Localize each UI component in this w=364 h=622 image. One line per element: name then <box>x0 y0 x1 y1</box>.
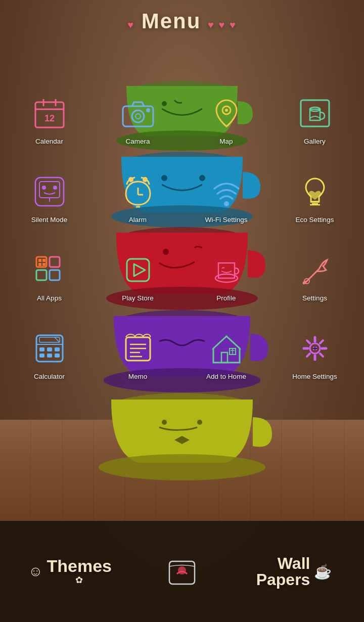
add-to-home-icon-box <box>206 328 247 369</box>
eco-label: Eco Settings <box>296 216 334 224</box>
svg-line-82 <box>320 340 323 343</box>
themes-label: Themes <box>47 557 112 574</box>
camera-icon-box <box>118 93 158 134</box>
svg-line-64 <box>55 337 60 342</box>
gallery-label: Gallery <box>304 138 326 146</box>
eco-settings-icon-item[interactable]: Eco Settings <box>270 152 359 230</box>
svg-rect-62 <box>55 353 60 358</box>
hearts-right: ♥ ♥ ♥ <box>208 19 237 30</box>
wallpapers-icon: ☕ <box>314 563 332 580</box>
calendar-label: Calendar <box>35 138 63 146</box>
profile-label: Profile <box>216 294 236 302</box>
settings-label: Settings <box>302 294 327 302</box>
themes-icon: ☺ <box>28 563 43 580</box>
svg-point-14 <box>197 420 202 425</box>
profile-icon-box <box>206 250 247 290</box>
all-apps-icon-item[interactable]: All Apps <box>5 230 94 308</box>
profile-icon-item[interactable]: Profile <box>182 230 270 308</box>
svg-point-15 <box>99 454 265 480</box>
title-text: Menu <box>142 9 201 33</box>
alarm-icon-box <box>118 171 158 212</box>
svg-rect-49 <box>38 263 41 266</box>
svg-rect-59 <box>55 347 60 351</box>
svg-point-13 <box>162 420 167 425</box>
svg-point-32 <box>53 186 57 190</box>
memo-icon-box <box>118 328 158 369</box>
home-settings-icon-item[interactable]: Home Settings <box>270 308 359 387</box>
eco-icon-box <box>295 171 335 212</box>
svg-rect-57 <box>39 347 44 351</box>
wallpapers-button[interactable]: WallPapers ☕ <box>224 555 364 588</box>
home-settings-label: Home Settings <box>292 373 337 381</box>
svg-rect-44 <box>50 257 60 267</box>
svg-line-83 <box>307 353 310 357</box>
icons-grid: 12 Calendar Camera Map <box>5 73 359 387</box>
camera-label: Camera <box>125 138 150 146</box>
silent-mode-icon-box <box>29 171 70 212</box>
svg-rect-30 <box>39 182 60 198</box>
svg-rect-60 <box>39 353 44 358</box>
alarm-label: Alarm <box>129 216 147 224</box>
memo-label: Memo <box>128 373 148 381</box>
all-apps-icon-box <box>29 250 70 290</box>
silent-mode-label: Silent Mode <box>31 216 67 224</box>
play-store-icon-item[interactable]: Play Store <box>94 230 182 308</box>
svg-point-87 <box>178 566 186 574</box>
wallpapers-label: WallPapers <box>256 555 310 588</box>
svg-rect-61 <box>47 353 52 358</box>
svg-point-35 <box>143 177 148 182</box>
svg-line-80 <box>307 340 310 343</box>
map-icon-item[interactable]: Map <box>182 73 270 152</box>
themes-deco: ✿ <box>47 574 112 586</box>
add-to-home-icon-item[interactable]: Add to Home <box>182 308 270 387</box>
map-label: Map <box>219 138 233 146</box>
svg-rect-70 <box>221 352 228 363</box>
memo-icon-item[interactable]: Memo <box>94 308 182 387</box>
all-apps-label: All Apps <box>37 294 62 302</box>
svg-rect-58 <box>47 347 52 351</box>
svg-rect-45 <box>36 270 47 280</box>
alarm-icon-item[interactable]: Alarm <box>94 152 182 230</box>
svg-rect-46 <box>50 270 60 280</box>
calendar-icon-box: 12 <box>29 93 70 134</box>
calendar-icon-item[interactable]: 12 Calendar <box>5 73 94 152</box>
wifi-icon-box <box>206 171 247 212</box>
svg-point-31 <box>42 186 46 190</box>
svg-rect-50 <box>42 263 46 266</box>
add-to-home-label: Add to Home <box>206 373 246 381</box>
play-store-icon-box <box>118 250 158 290</box>
gallery-icon-box <box>295 93 335 134</box>
svg-line-81 <box>320 353 323 357</box>
svg-rect-47 <box>38 259 41 262</box>
wifi-icon-item[interactable]: Wi-Fi Settings <box>182 152 270 230</box>
home-settings-icon-box <box>295 328 335 369</box>
svg-text:12: 12 <box>44 113 54 123</box>
svg-point-22 <box>132 110 144 122</box>
svg-point-34 <box>128 177 133 182</box>
bottom-center-icon[interactable] <box>140 549 224 594</box>
themes-button[interactable]: ☺ Themes ✿ <box>0 557 140 586</box>
svg-point-24 <box>146 108 150 112</box>
svg-rect-27 <box>301 100 329 126</box>
svg-point-39 <box>224 201 229 206</box>
svg-point-26 <box>225 109 228 112</box>
silent-mode-icon-item[interactable]: Silent Mode <box>5 152 94 230</box>
settings-icon-item[interactable]: Settings <box>270 230 359 308</box>
calculator-icon-item[interactable]: Calculator <box>5 308 94 387</box>
wifi-label: Wi-Fi Settings <box>205 216 247 224</box>
bottom-bar: ☺ Themes ✿ WallPapers ☕ <box>0 521 364 622</box>
calculator-icon-box <box>29 328 70 369</box>
settings-icon-box <box>295 250 335 290</box>
menu-title: ♥ Menu ♥ ♥ ♥ <box>0 9 364 33</box>
svg-marker-52 <box>134 264 145 276</box>
map-icon-box <box>206 93 247 134</box>
camera-icon-item[interactable]: Camera <box>94 73 182 152</box>
calculator-label: Calculator <box>34 373 65 381</box>
svg-point-23 <box>135 114 141 119</box>
svg-rect-48 <box>42 259 46 262</box>
gallery-icon-item[interactable]: Gallery <box>270 73 359 152</box>
play-store-label: Play Store <box>122 294 153 302</box>
heart-left: ♥ <box>127 19 134 30</box>
